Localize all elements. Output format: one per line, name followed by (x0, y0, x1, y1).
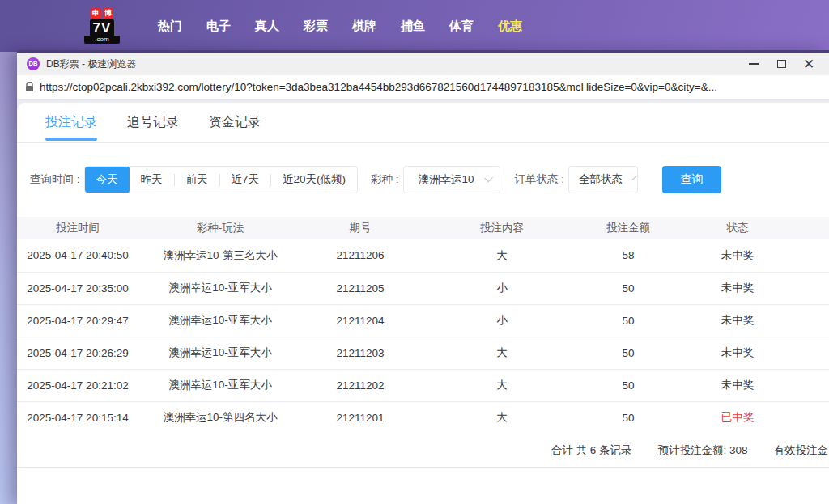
column-header: 期号 (302, 217, 419, 239)
cell-game-play: 澳洲幸运10-亚军大小 (138, 272, 302, 304)
site-header: 申 博 7V .com 热门电子真人彩票棋牌捕鱼体育优惠 (0, 0, 829, 52)
url-text: https://ctop02pcali.2kbxi392.com/lottery… (40, 81, 717, 93)
time-filter-label: 查询时间 : (30, 172, 80, 187)
cell-bet-time: 2025-04-17 20:21:02 (17, 369, 138, 401)
cell-filler (804, 401, 829, 434)
bet-records-table-wrap: 投注时间彩种-玩法期号投注内容投注金额状态 2025-04-17 20:40:5… (17, 217, 829, 468)
cell-bet-content: 大 (419, 337, 585, 369)
table-body: 2025-04-17 20:40:50澳洲幸运10-第三名大小21211206大… (17, 239, 829, 434)
cell-bet-amount: 50 (585, 304, 671, 337)
page-content: 投注记录追号记录资金记录 查询时间 : 今天昨天前天近7天近20天(低频) 彩种… (17, 100, 829, 504)
table-row: 2025-04-17 20:26:29澳洲幸运10-亚军大小21211203大5… (17, 337, 829, 369)
cell-issue-number: 21211206 (302, 239, 419, 272)
cell-issue-number: 21211204 (302, 304, 419, 337)
nav-menu-item[interactable]: 真人 (243, 19, 291, 34)
bet-records-table: 投注时间彩种-玩法期号投注内容投注金额状态 2025-04-17 20:40:5… (17, 217, 829, 434)
maximize-icon (777, 60, 786, 68)
cell-game-play: 澳洲幸运10-第四名大小 (138, 401, 302, 434)
order-status-select[interactable]: 全部状态 (568, 166, 638, 193)
order-status-label: 订单状态 : (515, 172, 565, 187)
time-option[interactable]: 今天 (85, 166, 130, 193)
cell-status: 未中奖 (671, 304, 804, 337)
nav-menu-item[interactable]: 体育 (437, 19, 486, 34)
close-icon: ✕ (803, 57, 814, 71)
nav-menu-item[interactable]: 优惠 (486, 19, 534, 34)
cell-bet-content: 小 (419, 272, 585, 304)
cell-filler (804, 272, 829, 304)
search-button[interactable]: 查询 (662, 166, 721, 193)
tab-chase-records[interactable]: 追号记录 (127, 103, 179, 142)
cell-filler (804, 239, 829, 272)
cell-bet-content: 大 (419, 239, 585, 272)
lottery-filter-label: 彩种 : (371, 172, 399, 187)
logo-main-text: 7V (90, 19, 115, 36)
summary-row: 合计 共 6 条记录 预计投注金额: 308 有效投注金 (17, 434, 829, 468)
site-logo[interactable]: 申 博 7V .com (84, 8, 120, 44)
logo-badge-bo: 博 (103, 8, 113, 19)
table-row: 2025-04-17 20:21:02澳洲幸运10-亚军大小21211202大5… (17, 369, 829, 401)
time-option[interactable]: 近20天(低频) (271, 166, 357, 193)
cell-bet-amount: 50 (585, 401, 671, 434)
browser-favicon: DB (27, 57, 40, 70)
record-tabs: 投注记录追号记录资金记录 (17, 103, 829, 143)
nav-menu-item[interactable]: 电子 (194, 19, 243, 34)
chevron-down-icon (484, 174, 493, 183)
window-title: DB彩票 - 极速浏览器 (46, 57, 740, 71)
cell-game-play: 澳洲幸运10-亚军大小 (138, 337, 302, 369)
active-tab-underline (45, 138, 97, 141)
logo-badges: 申 博 (91, 8, 113, 19)
table-row: 2025-04-17 20:29:47澳洲幸运10-亚军大小21211204小5… (17, 304, 829, 337)
cell-bet-time: 2025-04-17 20:15:14 (17, 401, 138, 434)
column-header: 投注内容 (419, 217, 585, 239)
time-option[interactable]: 近7天 (220, 166, 271, 193)
maximize-button[interactable] (767, 54, 795, 74)
tab-bet-records[interactable]: 投注记录 (45, 103, 97, 142)
nav-menu-item[interactable]: 热门 (146, 19, 194, 34)
column-header: 投注时间 (17, 217, 138, 239)
cell-game-play: 澳洲幸运10-亚军大小 (138, 304, 302, 337)
nav-menu-item[interactable]: 彩票 (291, 19, 340, 34)
close-button[interactable]: ✕ (795, 54, 823, 74)
cell-bet-amount: 58 (585, 239, 671, 272)
cell-bet-amount: 50 (585, 369, 671, 401)
table-header: 投注时间彩种-玩法期号投注内容投注金额状态 (17, 217, 829, 239)
window-titlebar: DB DB彩票 - 极速浏览器 ✕ (17, 53, 829, 75)
time-option[interactable]: 昨天 (130, 166, 174, 193)
cell-filler (804, 337, 829, 369)
address-bar[interactable]: https://ctop02pcali.2kbxi392.com/lottery… (17, 75, 829, 100)
minimize-button[interactable] (740, 54, 767, 74)
column-header: 投注金额 (585, 217, 671, 239)
lottery-select[interactable]: 澳洲幸运10 (403, 166, 500, 193)
lock-icon (25, 82, 34, 92)
table-row: 2025-04-17 20:35:00澳洲幸运10-亚军大小21211205小5… (17, 272, 829, 304)
window-controls: ✕ (740, 54, 823, 74)
summary-estimated-amount: 预计投注金额: 308 (657, 443, 747, 458)
cell-filler (804, 304, 829, 337)
cell-status: 未中奖 (671, 369, 804, 401)
minimize-icon (749, 63, 759, 65)
column-header: 彩种-玩法 (138, 217, 302, 239)
cell-bet-time: 2025-04-17 20:40:50 (17, 239, 138, 272)
cell-issue-number: 21211201 (302, 401, 419, 434)
lottery-select-value: 澳洲幸运10 (419, 172, 474, 187)
nav-menu-item[interactable]: 捕鱼 (389, 19, 437, 34)
logo-suffix-text: .com (84, 36, 120, 44)
tab-label: 追号记录 (127, 114, 179, 131)
cell-filler (804, 369, 829, 401)
tab-fund-records[interactable]: 资金记录 (209, 103, 261, 142)
chevron-down-icon (632, 176, 637, 180)
table-row: 2025-04-17 20:40:50澳洲幸运10-第三名大小21211206大… (17, 239, 829, 272)
cell-bet-time: 2025-04-17 20:35:00 (17, 272, 138, 304)
cell-issue-number: 21211202 (302, 369, 419, 401)
tab-label: 资金记录 (209, 114, 261, 131)
filter-row: 查询时间 : 今天昨天前天近7天近20天(低频) 彩种 : 澳洲幸运10 订单状… (17, 166, 829, 193)
cell-bet-time: 2025-04-17 20:26:29 (17, 337, 138, 369)
time-option[interactable]: 前天 (175, 166, 219, 193)
cell-issue-number: 21211205 (302, 272, 419, 304)
nav-menu-item[interactable]: 棋牌 (340, 19, 389, 34)
time-range-group: 今天昨天前天近7天近20天(低频) (84, 166, 359, 193)
order-status-value: 全部状态 (579, 172, 623, 187)
cell-bet-content: 大 (419, 369, 585, 401)
cell-game-play: 澳洲幸运10-亚军大小 (138, 369, 302, 401)
cell-bet-content: 小 (419, 304, 585, 337)
